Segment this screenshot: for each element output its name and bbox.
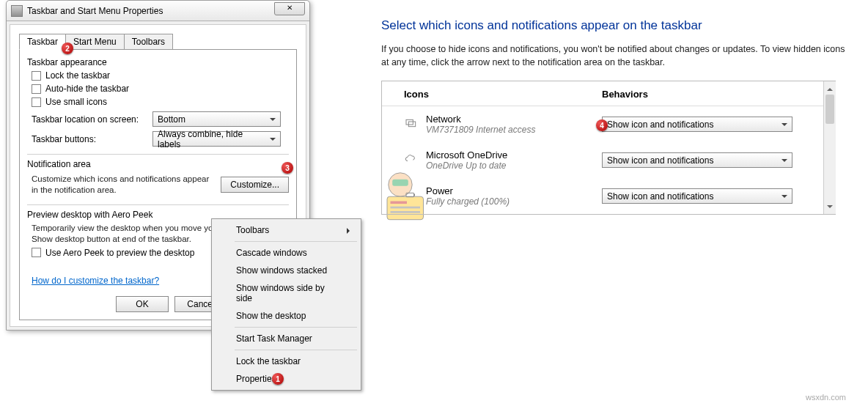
location-label: Taskbar location on screen: [32, 114, 152, 125]
notif-group-title: Notification area [27, 159, 289, 169]
network-icon [404, 117, 417, 129]
buttons-label: Taskbar buttons: [32, 134, 152, 144]
list-item: Microsoft OneDrive OneDrive Up to date S… [382, 142, 836, 178]
menu-toolbars[interactable]: Toolbars [214, 221, 358, 239]
entry-name: Microsoft OneDrive [426, 150, 602, 160]
tab-toolbars[interactable]: Toolbars [124, 34, 173, 50]
onedrive-icon [404, 153, 417, 165]
window-title: Taskbar and Start Menu Properties [27, 6, 163, 16]
watermark-text: wsxdn.com [806, 393, 846, 402]
menu-separator [235, 327, 357, 328]
behavior-dropdown[interactable]: Show icon and notifications [602, 152, 792, 168]
menu-sidebyside[interactable]: Show windows side by side [214, 279, 358, 307]
close-button[interactable]: ✕ [274, 2, 305, 15]
menu-properties-label: Properties [236, 374, 276, 384]
behavior-dropdown[interactable]: Show icon and notifications [602, 188, 792, 204]
smallicons-checkbox[interactable] [32, 97, 41, 107]
entry-sub: Fully charged (100%) [426, 196, 602, 207]
header-icons: Icons [404, 89, 602, 100]
entry-sub: VM7371809 Internet access [426, 125, 602, 135]
menu-lock[interactable]: Lock the taskbar [214, 353, 358, 370]
aero-peek-label: Use Aero Peek to preview the desktop [45, 248, 194, 258]
panel-intro: If you choose to hide icons and notifica… [381, 43, 850, 69]
svg-rect-6 [406, 119, 413, 125]
badge-4: 4 [596, 119, 608, 131]
entry-name: Network [426, 114, 602, 125]
behavior-dropdown[interactable]: Show icon and notifications [602, 117, 792, 132]
scrollbar[interactable] [823, 81, 836, 214]
menu-desktop[interactable]: Show the desktop [214, 307, 358, 325]
menu-cascade[interactable]: Cascade windows [214, 244, 358, 262]
menu-taskmanager[interactable]: Start Task Manager [214, 330, 358, 347]
titlebar[interactable]: Taskbar and Start Menu Properties ✕ [7, 1, 309, 21]
autohide-checkbox[interactable] [32, 84, 41, 94]
tab-startmenu[interactable]: Start Menu [65, 34, 125, 50]
svg-rect-8 [406, 193, 414, 196]
entry-sub: OneDrive Up to date [426, 160, 602, 171]
svg-rect-7 [408, 122, 415, 127]
svg-rect-9 [414, 194, 415, 196]
appearance-group-title: Taskbar appearance [27, 57, 289, 67]
badge-3: 3 [282, 162, 293, 174]
list-item: Network VM7371809 Internet access Show i… [382, 106, 836, 142]
help-link[interactable]: How do I customize the taskbar? [32, 276, 159, 286]
taskbar-context-menu: Toolbars Cascade windows Show windows st… [211, 218, 361, 391]
scroll-thumb[interactable] [825, 95, 834, 124]
tabs: Taskbar Start Menu Toolbars 2 [19, 34, 297, 50]
lock-taskbar-checkbox[interactable] [32, 71, 41, 81]
entry-name: Power [426, 185, 602, 196]
badge-1: 1 [272, 373, 284, 385]
window-icon [11, 5, 23, 17]
menu-separator [235, 241, 357, 242]
autohide-label: Auto-hide the taskbar [45, 84, 129, 94]
badge-2: 2 [62, 43, 73, 54]
header-behaviors: Behaviors [602, 89, 648, 100]
buttons-dropdown[interactable]: Always combine, hide labels [152, 131, 281, 147]
menu-stacked[interactable]: Show windows stacked [214, 262, 358, 279]
aero-peek-checkbox[interactable] [32, 248, 41, 257]
ok-button[interactable]: OK [116, 296, 169, 312]
list-item: Power Fully charged (100%) Show icon and… [382, 178, 836, 214]
scroll-up-icon[interactable] [824, 81, 836, 94]
customize-button[interactable]: Customize... [221, 177, 289, 193]
notif-desc: Customize which icons and notifications … [32, 174, 216, 196]
menu-separator [235, 350, 357, 350]
lock-taskbar-label: Lock the taskbar [45, 70, 110, 81]
location-dropdown[interactable]: Bottom [152, 111, 281, 127]
panel-heading: Select which icons and notifications app… [381, 18, 850, 33]
menu-properties[interactable]: Properties 1 [214, 370, 358, 388]
tab-taskbar[interactable]: Taskbar [19, 34, 66, 50]
scroll-down-icon[interactable] [824, 202, 836, 214]
notification-icons-list: Icons Behaviors Network VM7371809 Intern… [381, 81, 836, 215]
power-icon [404, 189, 417, 201]
smallicons-label: Use small icons [45, 97, 107, 107]
